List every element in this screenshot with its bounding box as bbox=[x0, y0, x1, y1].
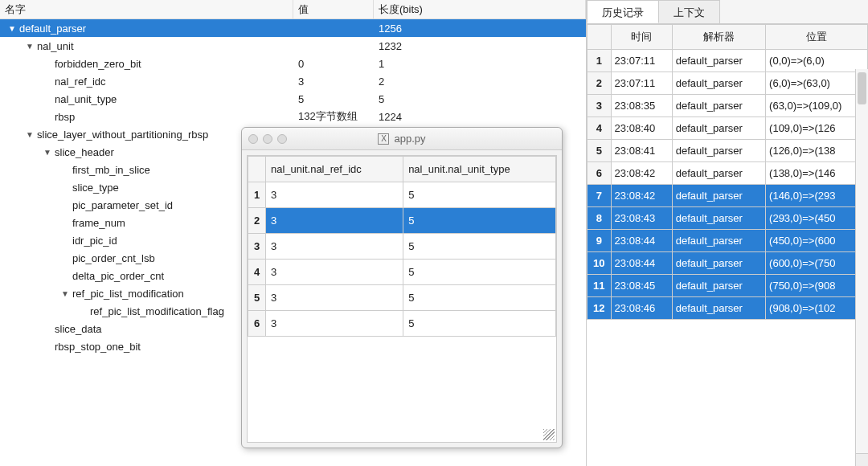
tab-context[interactable]: 上下文 bbox=[658, 0, 720, 23]
tree-row-name[interactable]: rbsp bbox=[0, 111, 293, 123]
tree-row-label: frame_num bbox=[71, 217, 125, 229]
tree-toggle-icon[interactable]: ▼ bbox=[24, 130, 35, 139]
history-row-parser: default_parser bbox=[672, 72, 765, 95]
history-row-number[interactable]: 8 bbox=[588, 207, 612, 230]
tabs: 历史记录 上下文 bbox=[587, 0, 868, 24]
history-row[interactable]: 523:08:41default_parser(126,0)=>(138 bbox=[588, 140, 868, 162]
history-row-number[interactable]: 9 bbox=[588, 230, 612, 252]
history-row[interactable]: 223:07:11default_parser(6,0)=>(63,0) bbox=[588, 72, 868, 95]
tree-row[interactable]: forbidden_zero_bit01 bbox=[0, 55, 586, 72]
popup-window[interactable]: X app.py nal_unit.nal_ref_idc nal_unit.n… bbox=[241, 127, 563, 448]
history-header-parser[interactable]: 解析器 bbox=[672, 25, 765, 50]
history-row-parser: default_parser bbox=[672, 50, 765, 72]
popup-row[interactable]: 435 bbox=[248, 260, 556, 285]
tree-row-label: pic_parameter_set_id bbox=[71, 199, 173, 211]
tree-toggle-icon[interactable]: ▼ bbox=[6, 24, 18, 33]
history-row-number[interactable]: 7 bbox=[588, 185, 612, 207]
history-scrollbar[interactable] bbox=[855, 69, 868, 453]
minimize-icon[interactable] bbox=[263, 134, 272, 144]
history-row-parser: default_parser bbox=[672, 207, 765, 230]
tree-toggle-icon[interactable]: ▼ bbox=[59, 289, 71, 298]
history-row-number[interactable]: 1 bbox=[588, 50, 612, 72]
history-row-time: 23:08:42 bbox=[611, 185, 672, 207]
history-row-position: (908,0)=>(102 bbox=[766, 297, 868, 320]
tree-row-name[interactable]: ▼default_parser bbox=[0, 22, 293, 35]
popup-titlebar[interactable]: X app.py bbox=[242, 128, 562, 150]
history-row-number[interactable]: 10 bbox=[588, 252, 612, 275]
popup-row-number[interactable]: 4 bbox=[248, 260, 266, 285]
history-row[interactable]: 1123:08:45default_parser(750,0)=>(908 bbox=[588, 275, 868, 297]
popup-body: nal_unit.nal_ref_idc nal_unit.nal_unit_t… bbox=[247, 155, 557, 443]
zoom-icon[interactable] bbox=[277, 134, 287, 144]
history-row-number[interactable]: 12 bbox=[588, 297, 612, 320]
history-row-number[interactable]: 4 bbox=[588, 117, 612, 140]
tree-toggle-icon[interactable]: ▼ bbox=[24, 42, 35, 51]
tab-history[interactable]: 历史记录 bbox=[587, 0, 659, 23]
popup-row[interactable]: 235 bbox=[248, 208, 556, 234]
tree-row[interactable]: ▼nal_unit1232 bbox=[0, 37, 586, 55]
popup-row-number[interactable]: 5 bbox=[248, 285, 266, 311]
popup-header-rownum bbox=[248, 157, 266, 182]
history-header-time[interactable]: 时间 bbox=[611, 25, 672, 50]
tree-row-label: delta_pic_order_cnt bbox=[71, 270, 164, 282]
popup-row-col2: 5 bbox=[403, 234, 556, 260]
history-row-number[interactable]: 5 bbox=[588, 140, 612, 162]
history-row-number[interactable]: 11 bbox=[588, 275, 612, 297]
history-row-time: 23:08:35 bbox=[611, 95, 672, 117]
history-row-position: (293,0)=>(450 bbox=[766, 207, 868, 230]
popup-title: X app.py bbox=[292, 133, 512, 145]
resize-handle-icon[interactable] bbox=[543, 429, 555, 440]
popup-row-number[interactable]: 6 bbox=[248, 311, 266, 337]
tree-row[interactable]: ▼default_parser1256 bbox=[0, 19, 586, 37]
popup-header-col2[interactable]: nal_unit.nal_unit_type bbox=[403, 157, 556, 182]
history-row-time: 23:08:44 bbox=[611, 252, 672, 275]
popup-row-number[interactable]: 1 bbox=[248, 182, 266, 208]
tree-row-name[interactable]: ▼nal_unit bbox=[0, 40, 293, 52]
history-row-parser: default_parser bbox=[672, 297, 765, 320]
history-row-time: 23:08:45 bbox=[611, 275, 672, 297]
tree-row-label: forbidden_zero_bit bbox=[53, 58, 141, 70]
history-row[interactable]: 923:08:44default_parser(450,0)=>(600 bbox=[588, 230, 868, 252]
popup-row-col1: 3 bbox=[266, 208, 403, 234]
history-row-number[interactable]: 2 bbox=[588, 72, 612, 95]
tree-row[interactable]: nal_ref_idc32 bbox=[0, 72, 586, 90]
tree-header-value[interactable]: 值 bbox=[293, 0, 374, 19]
tree-row-label: default_parser bbox=[18, 22, 86, 35]
history-row-parser: default_parser bbox=[672, 252, 765, 275]
popup-row-number[interactable]: 3 bbox=[248, 234, 266, 260]
history-row[interactable]: 123:07:11default_parser(0,0)=>(6,0) bbox=[588, 50, 868, 72]
tree-row-label: idr_pic_id bbox=[71, 235, 117, 247]
history-row[interactable]: 823:08:43default_parser(293,0)=>(450 bbox=[588, 207, 868, 230]
close-icon[interactable] bbox=[248, 134, 258, 144]
history-row-time: 23:08:42 bbox=[611, 162, 672, 185]
history-row[interactable]: 723:08:42default_parser(146,0)=>(293 bbox=[588, 185, 868, 207]
popup-row[interactable]: 535 bbox=[248, 285, 556, 311]
tree-row-label: slice_type bbox=[71, 182, 119, 194]
history-header-position[interactable]: 位置 bbox=[766, 25, 868, 50]
history-row[interactable]: 1223:08:46default_parser(908,0)=>(102 bbox=[588, 297, 868, 320]
tree-header-name[interactable]: 名字 bbox=[0, 0, 293, 19]
history-scrollbar-thumb[interactable] bbox=[858, 72, 866, 104]
tree-row[interactable]: rbsp132字节数组1224 bbox=[0, 108, 586, 125]
popup-row-number[interactable]: 2 bbox=[248, 208, 266, 234]
history-row[interactable]: 323:08:35default_parser(63,0)=>(109,0) bbox=[588, 95, 868, 117]
tree-toggle-icon[interactable]: ▼ bbox=[42, 148, 53, 157]
history-row[interactable]: 1023:08:44default_parser(600,0)=>(750 bbox=[588, 252, 868, 275]
history-row[interactable]: 423:08:40default_parser(109,0)=>(126 bbox=[588, 117, 868, 140]
history-row-position: (138,0)=>(146 bbox=[766, 162, 868, 185]
tree-row-name[interactable]: forbidden_zero_bit bbox=[0, 58, 293, 70]
history-row-number[interactable]: 6 bbox=[588, 162, 612, 185]
tree-header-length[interactable]: 长度(bits) bbox=[374, 0, 586, 19]
tree-row-name[interactable]: nal_ref_idc bbox=[0, 76, 293, 88]
popup-row[interactable]: 335 bbox=[248, 234, 556, 260]
popup-header-col1[interactable]: nal_unit.nal_ref_idc bbox=[266, 157, 403, 182]
tree-row[interactable]: nal_unit_type55 bbox=[0, 90, 586, 108]
history-row-time: 23:07:11 bbox=[611, 72, 672, 95]
popup-row[interactable]: 635 bbox=[248, 311, 556, 337]
history-row-position: (750,0)=>(908 bbox=[766, 275, 868, 297]
tree-row-name[interactable]: nal_unit_type bbox=[0, 93, 293, 105]
history-row-number[interactable]: 3 bbox=[588, 95, 612, 117]
history-row-position: (450,0)=>(600 bbox=[766, 230, 868, 252]
history-row[interactable]: 623:08:42default_parser(138,0)=>(146 bbox=[588, 162, 868, 185]
popup-row[interactable]: 135 bbox=[248, 182, 556, 208]
